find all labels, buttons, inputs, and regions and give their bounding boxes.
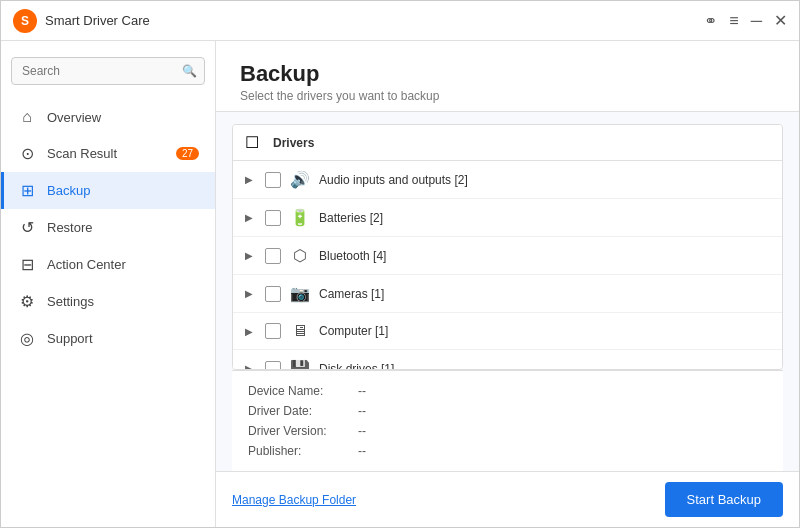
user-icon[interactable]: ⚭ bbox=[704, 11, 717, 30]
search-input[interactable] bbox=[11, 57, 205, 85]
driver-label-2: Bluetooth [4] bbox=[319, 249, 770, 263]
sidebar-item-restore[interactable]: ↺ Restore bbox=[1, 209, 215, 246]
app-logo: S bbox=[13, 9, 37, 33]
sidebar-item-scan-result[interactable]: ⊙ Scan Result 27 bbox=[1, 135, 215, 172]
batteries-icon: 🔋 bbox=[289, 208, 311, 227]
detail-row-publisher: Publisher: -- bbox=[248, 441, 767, 461]
detail-row-driver-version: Driver Version: -- bbox=[248, 421, 767, 441]
table-row[interactable]: ▶ ⬡ Bluetooth [4] bbox=[233, 237, 782, 275]
row-checkbox-5[interactable] bbox=[265, 361, 281, 371]
start-backup-button[interactable]: Start Backup bbox=[665, 482, 783, 517]
backup-area: ☐ Drivers ▶ 🔊 Audio inputs and outputs [… bbox=[216, 112, 799, 527]
sidebar-item-backup[interactable]: ⊞ Backup bbox=[1, 172, 215, 209]
minimize-button[interactable]: ─ bbox=[751, 12, 762, 30]
device-name-value: -- bbox=[358, 384, 366, 398]
row-checkbox-0[interactable] bbox=[265, 172, 281, 188]
expand-icon: ▶ bbox=[245, 250, 257, 261]
detail-row-device-name: Device Name: -- bbox=[248, 381, 767, 401]
driver-date-label: Driver Date: bbox=[248, 404, 358, 418]
search-icon: 🔍 bbox=[182, 64, 197, 78]
expand-icon: ▶ bbox=[245, 174, 257, 185]
scan-result-badge: 27 bbox=[176, 147, 199, 160]
detail-row-driver-date: Driver Date: -- bbox=[248, 401, 767, 421]
expand-icon: ▶ bbox=[245, 363, 257, 370]
row-checkbox-1[interactable] bbox=[265, 210, 281, 226]
row-checkbox-2[interactable] bbox=[265, 248, 281, 264]
scan-result-icon: ⊙ bbox=[17, 144, 37, 163]
driver-version-label: Driver Version: bbox=[248, 424, 358, 438]
device-name-label: Device Name: bbox=[248, 384, 358, 398]
table-header: ☐ Drivers bbox=[233, 125, 782, 161]
sidebar: 🔍 ⌂ Overview ⊙ Scan Result 27 ⊞ Backup ↺… bbox=[1, 41, 216, 527]
main-layout: 🔍 ⌂ Overview ⊙ Scan Result 27 ⊞ Backup ↺… bbox=[1, 41, 799, 527]
driver-label-4: Computer [1] bbox=[319, 324, 770, 338]
driver-label-1: Batteries [2] bbox=[319, 211, 770, 225]
overview-icon: ⌂ bbox=[17, 108, 37, 126]
sidebar-label-support: Support bbox=[47, 331, 93, 346]
settings-icon: ⚙ bbox=[17, 292, 37, 311]
backup-icon: ⊞ bbox=[17, 181, 37, 200]
expand-icon: ▶ bbox=[245, 212, 257, 223]
audio-icon: 🔊 bbox=[289, 170, 311, 189]
sidebar-label-overview: Overview bbox=[47, 110, 101, 125]
sidebar-item-settings[interactable]: ⚙ Settings bbox=[1, 283, 215, 320]
bottom-bar: Manage Backup Folder Start Backup bbox=[216, 471, 799, 527]
driver-date-value: -- bbox=[358, 404, 366, 418]
table-row[interactable]: ▶ 🔋 Batteries [2] bbox=[233, 199, 782, 237]
details-panel: Device Name: -- Driver Date: -- Driver V… bbox=[232, 370, 783, 471]
restore-icon: ↺ bbox=[17, 218, 37, 237]
sidebar-label-action-center: Action Center bbox=[47, 257, 126, 272]
app-title: Smart Driver Care bbox=[45, 13, 704, 28]
manage-backup-folder-link[interactable]: Manage Backup Folder bbox=[232, 493, 356, 507]
driver-label-5: Disk drives [1] bbox=[319, 362, 770, 371]
table-row[interactable]: ▶ 📷 Cameras [1] bbox=[233, 275, 782, 313]
header-checkbox[interactable]: ☐ bbox=[245, 133, 263, 152]
title-bar: S Smart Driver Care ⚭ ≡ ─ ✕ bbox=[1, 1, 799, 41]
page-subtitle: Select the drivers you want to backup bbox=[240, 89, 775, 103]
close-button[interactable]: ✕ bbox=[774, 11, 787, 30]
app-window: S Smart Driver Care ⚭ ≡ ─ ✕ 🔍 ⌂ Overview… bbox=[0, 0, 800, 528]
row-checkbox-3[interactable] bbox=[265, 286, 281, 302]
sidebar-label-settings: Settings bbox=[47, 294, 94, 309]
driver-label-0: Audio inputs and outputs [2] bbox=[319, 173, 770, 187]
bluetooth-icon: ⬡ bbox=[289, 246, 311, 265]
sidebar-item-action-center[interactable]: ⊟ Action Center bbox=[1, 246, 215, 283]
publisher-value: -- bbox=[358, 444, 366, 458]
driver-label-3: Cameras [1] bbox=[319, 287, 770, 301]
disk-drives-icon: 💾 bbox=[289, 359, 311, 370]
menu-icon[interactable]: ≡ bbox=[729, 12, 738, 30]
sidebar-item-overview[interactable]: ⌂ Overview bbox=[1, 99, 215, 135]
table-row[interactable]: ▶ 🔊 Audio inputs and outputs [2] bbox=[233, 161, 782, 199]
sidebar-label-restore: Restore bbox=[47, 220, 93, 235]
sidebar-label-scan-result: Scan Result bbox=[47, 146, 117, 161]
expand-icon: ▶ bbox=[245, 326, 257, 337]
cameras-icon: 📷 bbox=[289, 284, 311, 303]
window-controls: ⚭ ≡ ─ ✕ bbox=[704, 11, 787, 30]
drivers-table: ☐ Drivers ▶ 🔊 Audio inputs and outputs [… bbox=[232, 124, 783, 370]
search-box: 🔍 bbox=[11, 57, 205, 85]
support-icon: ◎ bbox=[17, 329, 37, 348]
row-checkbox-4[interactable] bbox=[265, 323, 281, 339]
content-header: Backup Select the drivers you want to ba… bbox=[216, 41, 799, 112]
sidebar-item-support[interactable]: ◎ Support bbox=[1, 320, 215, 357]
computer-icon: 🖥 bbox=[289, 322, 311, 340]
table-row[interactable]: ▶ 🖥 Computer [1] bbox=[233, 313, 782, 350]
publisher-label: Publisher: bbox=[248, 444, 358, 458]
content-area: Backup Select the drivers you want to ba… bbox=[216, 41, 799, 527]
sidebar-label-backup: Backup bbox=[47, 183, 90, 198]
table-row[interactable]: ▶ 💾 Disk drives [1] bbox=[233, 350, 782, 370]
driver-version-value: -- bbox=[358, 424, 366, 438]
action-center-icon: ⊟ bbox=[17, 255, 37, 274]
expand-icon: ▶ bbox=[245, 288, 257, 299]
drivers-column-header: Drivers bbox=[273, 136, 314, 150]
page-title: Backup bbox=[240, 61, 775, 87]
